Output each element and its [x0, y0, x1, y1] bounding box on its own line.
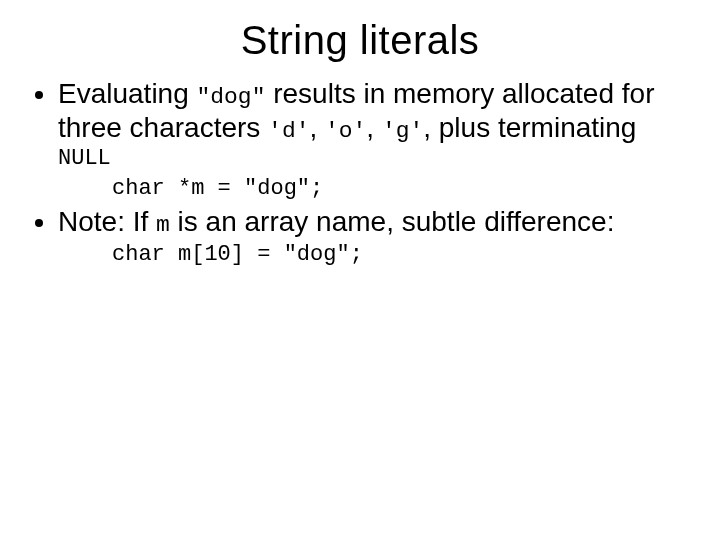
slide-title: String literals: [30, 18, 690, 63]
b2-codeline: char m[10] = "dog";: [112, 240, 690, 270]
slide: String literals Evaluating "dog" results…: [0, 0, 720, 540]
b2-text-pre: Note: If: [58, 206, 156, 237]
b2-text-mid: is an array name, subtle difference:: [170, 206, 615, 237]
b1-code-g: 'g': [382, 118, 423, 144]
bullet-2: Note: If m is an array name, subtle diff…: [58, 205, 690, 269]
b1-text-mid2: , plus terminating: [423, 112, 636, 143]
b1-code-dog: "dog": [197, 84, 266, 110]
b1-text-pre: Evaluating: [58, 78, 197, 109]
b1-sep1: ,: [309, 112, 325, 143]
b1-codeline: char *m = "dog";: [112, 174, 690, 204]
b1-code-d: 'd': [268, 118, 309, 144]
bullet-1: Evaluating "dog" results in memory alloc…: [58, 77, 690, 203]
slide-body: Evaluating "dog" results in memory alloc…: [30, 77, 690, 269]
b1-code-o: 'o': [325, 118, 366, 144]
b1-null: NULL: [58, 145, 690, 174]
b2-code-m: m: [156, 212, 170, 238]
b1-sep2: ,: [366, 112, 382, 143]
